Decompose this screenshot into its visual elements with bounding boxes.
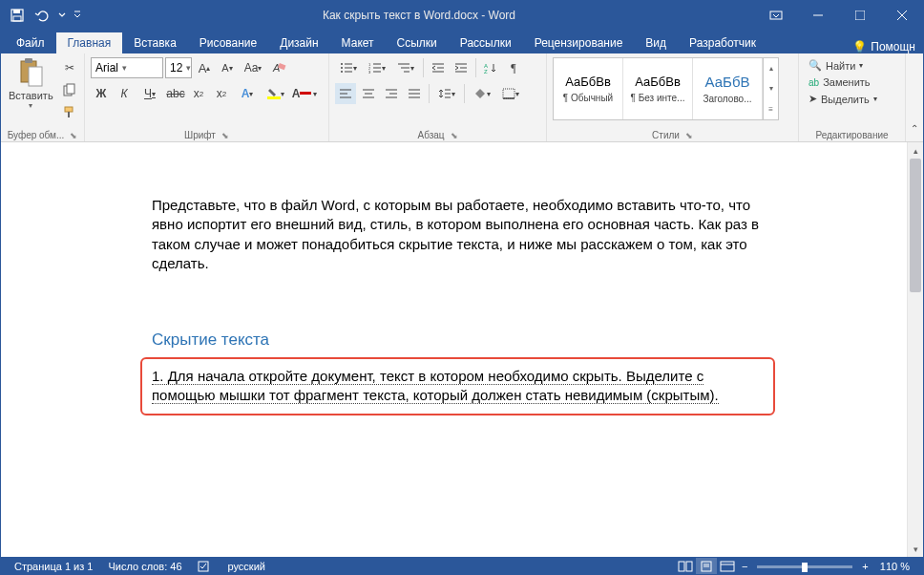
align-center-button[interactable] bbox=[358, 83, 379, 104]
group-paragraph-label: Абзац bbox=[417, 130, 444, 140]
svg-rect-14 bbox=[65, 107, 73, 112]
group-styles: АаБбВв ¶ Обычный АаБбВв ¶ Без инте... Аа… bbox=[547, 53, 799, 141]
numbering-button[interactable]: 123▾ bbox=[364, 57, 390, 78]
zoom-in-button[interactable]: + bbox=[858, 561, 872, 572]
style-normal[interactable]: АаБбВв ¶ Обычный bbox=[554, 58, 623, 119]
maximize-button[interactable] bbox=[839, 1, 881, 30]
tab-developer[interactable]: Разработчик bbox=[678, 32, 767, 53]
svg-rect-4 bbox=[770, 11, 782, 19]
group-font-label: Шрифт bbox=[184, 130, 216, 140]
paste-button[interactable]: Вставить ▾ bbox=[5, 55, 57, 112]
copy-button[interactable] bbox=[59, 79, 80, 100]
text-effects-button[interactable]: A▾ bbox=[234, 83, 261, 104]
tab-file[interactable]: Файл bbox=[5, 32, 56, 53]
borders-button[interactable]: ▾ bbox=[497, 83, 524, 104]
line-spacing-button[interactable]: ▾ bbox=[433, 83, 460, 104]
tab-review[interactable]: Рецензирование bbox=[523, 32, 635, 53]
word-count[interactable]: Число слов: 46 bbox=[100, 561, 189, 572]
clear-formatting-button[interactable]: A bbox=[268, 57, 289, 78]
group-editing: 🔍Найти▾ abЗаменить ➤Выделить▾ Редактиров… bbox=[799, 53, 906, 141]
shrink-font-button[interactable]: A▾ bbox=[217, 57, 238, 78]
svg-rect-6 bbox=[855, 11, 865, 20]
styles-launcher[interactable]: ⬊ bbox=[685, 131, 693, 140]
style-heading1[interactable]: АаБбВ Заголово... bbox=[693, 58, 763, 119]
multilevel-list-button[interactable]: ▾ bbox=[392, 57, 419, 78]
align-left-button[interactable] bbox=[335, 83, 356, 104]
tab-layout[interactable]: Макет bbox=[330, 32, 386, 53]
decrease-indent-button[interactable] bbox=[428, 57, 449, 78]
grow-font-button[interactable]: A▴ bbox=[194, 57, 215, 78]
statusbar: Страница 1 из 1 Число слов: 46 русский −… bbox=[1, 557, 923, 575]
undo-button[interactable] bbox=[32, 5, 52, 26]
replace-icon: ab bbox=[808, 77, 819, 88]
read-mode-button[interactable] bbox=[675, 558, 696, 575]
bold-button[interactable]: Ж bbox=[91, 83, 112, 104]
style-nospacing[interactable]: АаБбВв ¶ Без инте... bbox=[623, 58, 693, 119]
tab-references[interactable]: Ссылки bbox=[386, 32, 449, 53]
minimize-button[interactable] bbox=[797, 1, 839, 30]
tab-home[interactable]: Главная bbox=[56, 32, 123, 53]
zoom-out-button[interactable]: − bbox=[738, 561, 751, 572]
show-marks-button[interactable]: ¶ bbox=[503, 57, 524, 78]
justify-button[interactable] bbox=[404, 83, 425, 104]
scroll-thumb[interactable] bbox=[910, 159, 921, 292]
increase-indent-button[interactable] bbox=[451, 57, 472, 78]
font-launcher[interactable]: ⬊ bbox=[221, 131, 229, 140]
close-button[interactable] bbox=[881, 1, 923, 30]
styles-more[interactable]: ▴▾≡ bbox=[763, 58, 778, 119]
superscript-button[interactable]: x2 bbox=[211, 83, 232, 104]
font-size-combo[interactable]: 12▾ bbox=[165, 57, 192, 78]
redo-button[interactable] bbox=[56, 5, 68, 26]
paragraph-launcher[interactable]: ⬊ bbox=[451, 131, 458, 140]
document-step[interactable]: 1. Для начала откройте документ, текст в… bbox=[152, 367, 764, 406]
styles-gallery[interactable]: АаБбВв ¶ Обычный АаБбВв ¶ Без инте... Аа… bbox=[553, 57, 779, 120]
tell-me[interactable]: 💡 Помощн bbox=[852, 40, 923, 53]
bullets-button[interactable]: ▾ bbox=[335, 57, 362, 78]
strikethrough-button[interactable]: abc bbox=[165, 83, 186, 104]
italic-button[interactable]: К bbox=[114, 83, 135, 104]
select-button[interactable]: ➤Выделить▾ bbox=[805, 91, 881, 107]
zoom-slider[interactable] bbox=[757, 565, 852, 568]
group-paragraph: ▾ 123▾ ▾ AZ ¶ ▾ ▾ ▾ Абза bbox=[329, 53, 547, 141]
replace-button[interactable]: abЗаменить bbox=[805, 75, 881, 90]
clipboard-launcher[interactable]: ⬊ bbox=[70, 131, 77, 140]
scroll-down-button[interactable]: ▾ bbox=[908, 541, 923, 557]
print-layout-button[interactable] bbox=[696, 558, 717, 575]
ribbon-options-button[interactable] bbox=[755, 1, 797, 30]
highlight-button[interactable]: ▾ bbox=[262, 83, 289, 104]
vertical-scrollbar[interactable]: ▴ ▾ bbox=[907, 142, 923, 557]
document-canvas[interactable]: Представьте, что в файл Word, с которым … bbox=[1, 142, 907, 557]
tab-draw[interactable]: Рисование bbox=[188, 32, 268, 53]
find-button[interactable]: 🔍Найти▾ bbox=[805, 57, 881, 74]
paste-icon bbox=[15, 57, 46, 88]
zoom-level[interactable]: 110 % bbox=[872, 561, 917, 572]
scroll-up-button[interactable]: ▴ bbox=[908, 142, 923, 159]
subscript-button[interactable]: x2 bbox=[188, 83, 209, 104]
underline-button[interactable]: Ч▾ bbox=[136, 83, 163, 104]
tab-view[interactable]: Вид bbox=[634, 32, 678, 53]
tab-design[interactable]: Дизайн bbox=[268, 32, 329, 53]
svg-rect-60 bbox=[679, 562, 684, 571]
tab-insert[interactable]: Вставка bbox=[122, 32, 188, 53]
spellcheck-button[interactable] bbox=[190, 560, 220, 573]
web-layout-button[interactable] bbox=[717, 558, 738, 575]
page-indicator[interactable]: Страница 1 из 1 bbox=[7, 561, 100, 572]
format-painter-button[interactable] bbox=[59, 101, 80, 122]
lightbulb-icon: 💡 bbox=[852, 40, 867, 53]
align-right-button[interactable] bbox=[381, 83, 402, 104]
collapse-ribbon-button[interactable]: ⌃ bbox=[906, 117, 923, 138]
change-case-button[interactable]: Aa▾ bbox=[240, 57, 266, 78]
svg-rect-2 bbox=[13, 16, 21, 21]
document-heading[interactable]: Скрытие текста bbox=[152, 330, 764, 350]
tab-mailings[interactable]: Рассылки bbox=[449, 32, 523, 53]
group-editing-label: Редактирование bbox=[815, 130, 888, 140]
document-paragraph[interactable]: Представьте, что в файл Word, с которым … bbox=[152, 196, 764, 273]
language-indicator[interactable]: русский bbox=[220, 561, 273, 572]
cut-button[interactable]: ✂ bbox=[59, 57, 80, 78]
save-button[interactable] bbox=[7, 5, 28, 26]
sort-button[interactable]: AZ bbox=[480, 57, 501, 78]
font-color-button[interactable]: A▾ bbox=[291, 83, 318, 104]
font-name-combo[interactable]: Arial▾ bbox=[91, 57, 163, 78]
shading-button[interactable]: ▾ bbox=[469, 83, 495, 104]
qat-customize[interactable] bbox=[72, 5, 83, 26]
